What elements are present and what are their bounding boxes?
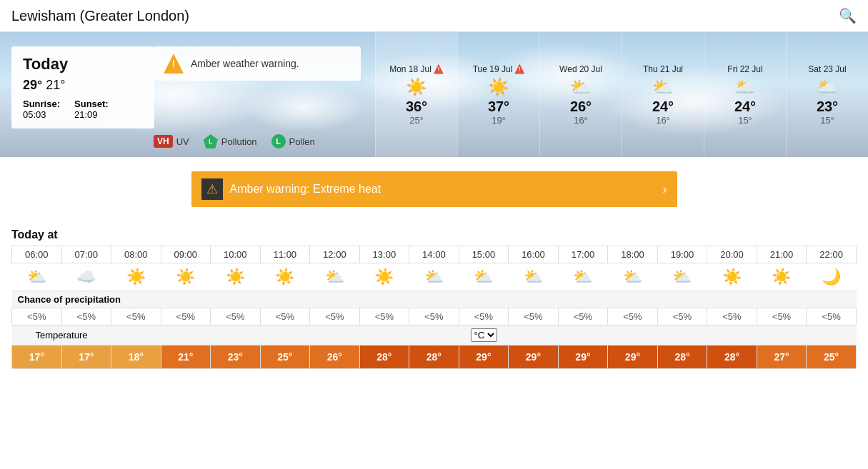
forecast-day-icon: ⛅ xyxy=(570,77,592,97)
sunrise-label: Sunrise: xyxy=(23,99,60,109)
hour-weather-icon: ☀️ xyxy=(111,263,161,291)
precip-value: <5% xyxy=(807,308,857,326)
temp-label: Temperature xyxy=(12,326,111,346)
hourly-table: 06:0007:0008:0009:0010:0011:0012:0013:00… xyxy=(11,246,857,369)
hour-label: 13:00 xyxy=(359,246,409,263)
pollen-label: Pollen xyxy=(289,136,315,147)
hour-weather-icon: ☀️ xyxy=(757,263,807,291)
forecast-day-min: 25° xyxy=(409,115,424,126)
today-sun: Sunrise: 05:03 Sunset: 21:09 xyxy=(23,99,143,120)
forecast-day-icon: ⛅ xyxy=(652,77,674,97)
temp-value: 26° xyxy=(310,346,360,369)
temp-value: 21° xyxy=(161,346,211,369)
sunrise-time: 05:03 xyxy=(23,109,46,120)
hour-label: 11:00 xyxy=(260,246,310,263)
hour-weather-icon: ⛅ xyxy=(409,263,459,291)
temp-value: 28° xyxy=(409,346,459,369)
precip-header: Chance of precipitation xyxy=(12,291,857,308)
today-card: Today 29° 21° Sunrise: 05:03 Sunset: 21:… xyxy=(11,46,154,128)
temp-value: 28° xyxy=(707,346,757,369)
amber-warning-bar[interactable]: Amber warning: Extreme heat › xyxy=(191,171,677,207)
pollen-badge: L Pollen xyxy=(271,134,315,148)
hour-label: 07:00 xyxy=(61,246,111,263)
header: Lewisham (Greater London) 🔍 xyxy=(0,0,868,32)
forecast-day-max: 24° xyxy=(652,99,674,115)
forecast-day-name: Fri 22 Jul xyxy=(727,64,762,74)
alert-icon xyxy=(434,64,444,74)
temp-value: 29° xyxy=(608,346,658,369)
temp-value: 27° xyxy=(757,346,807,369)
uv-value: VH xyxy=(154,135,173,148)
today-at-section: Today at xyxy=(0,221,868,241)
forecast-day-max: 23° xyxy=(817,99,838,115)
forecast-day-max: 37° xyxy=(488,99,509,115)
hour-weather-icon: ⛅ xyxy=(310,263,360,291)
warning-triangle-icon xyxy=(164,54,184,74)
precip-value: <5% xyxy=(757,308,807,326)
pollution-value: L xyxy=(209,138,213,145)
hero-section: Today 29° 21° Sunrise: 05:03 Sunset: 21:… xyxy=(0,32,868,157)
forecast-day[interactable]: Thu 21 Jul ⛅ 24° 16° xyxy=(622,32,704,157)
temperature-unit-select[interactable]: °C xyxy=(471,328,497,342)
hero-warning-text: Amber weather warning. xyxy=(191,58,299,69)
forecast-day-min: 16° xyxy=(656,115,670,126)
precip-value: <5% xyxy=(608,308,658,326)
precip-value: <5% xyxy=(657,308,707,326)
hour-weather-icon: ⛅ xyxy=(12,263,62,291)
temp-value: 29° xyxy=(459,346,509,369)
hour-label: 08:00 xyxy=(111,246,161,263)
temp-value: 28° xyxy=(657,346,707,369)
forecast-day-icon: 🌥️ xyxy=(817,77,838,97)
hour-weather-icon: 🌙 xyxy=(807,263,857,291)
sunset-item: Sunset: 21:09 xyxy=(74,99,109,120)
forecast-day-max: 26° xyxy=(570,99,592,115)
hour-label: 15:00 xyxy=(459,246,509,263)
precip-value: <5% xyxy=(310,308,360,326)
today-temps: 29° 21° xyxy=(23,78,143,93)
forecast-strip: Mon 18 Jul ☀️ 36° 25° Tue 19 Jul ☀️ 37° … xyxy=(375,32,868,157)
amber-warning-icon xyxy=(201,178,223,200)
forecast-day-icon: ☀️ xyxy=(406,77,427,97)
hour-label: 14:00 xyxy=(409,246,459,263)
hour-weather-icon: ⛅ xyxy=(459,263,509,291)
hour-label: 17:00 xyxy=(558,246,608,263)
search-button[interactable]: 🔍 xyxy=(839,7,857,24)
temp-value: 28° xyxy=(359,346,409,369)
pollution-icon: L xyxy=(204,134,218,148)
precip-value: <5% xyxy=(61,308,111,326)
precip-value: <5% xyxy=(359,308,409,326)
hour-label: 19:00 xyxy=(657,246,707,263)
precip-value: <5% xyxy=(211,308,261,326)
forecast-day-min: 15° xyxy=(738,115,752,126)
precip-value: <5% xyxy=(558,308,608,326)
forecast-day-min: 16° xyxy=(574,115,588,126)
forecast-day-max: 36° xyxy=(406,99,427,115)
hour-label: 20:00 xyxy=(707,246,757,263)
forecast-day-name: Wed 20 Jul xyxy=(559,64,602,74)
forecast-day[interactable]: Fri 22 Jul 🌥️ 24° 15° xyxy=(704,32,786,157)
precip-value: <5% xyxy=(409,308,459,326)
temp-value: 29° xyxy=(558,346,608,369)
forecast-day[interactable]: Mon 18 Jul ☀️ 36° 25° xyxy=(375,32,457,157)
forecast-day[interactable]: Sat 23 Jul 🌥️ 23° 15° xyxy=(786,32,868,157)
page-title: Lewisham (Greater London) xyxy=(11,8,189,24)
today-max-temp: 29° xyxy=(23,78,42,92)
hour-weather-icon: ⛅ xyxy=(509,263,559,291)
forecast-day[interactable]: Wed 20 Jul ⛅ 26° 16° xyxy=(539,32,622,157)
today-at-label: Today at xyxy=(11,228,857,241)
forecast-day-icon: ☀️ xyxy=(488,77,509,97)
uv-badge: VH UV xyxy=(154,135,189,148)
pollen-value: L xyxy=(276,137,281,146)
amber-warning-chevron: › xyxy=(663,182,667,197)
precip-value: <5% xyxy=(12,308,62,326)
temp-value: 18° xyxy=(111,346,161,369)
precip-value: <5% xyxy=(707,308,757,326)
hour-label: 10:00 xyxy=(211,246,261,263)
pollution-label: Pollution xyxy=(221,136,257,147)
forecast-day[interactable]: Tue 19 Jul ☀️ 37° 19° xyxy=(457,32,539,157)
hour-label: 06:00 xyxy=(12,246,62,263)
pollen-icon: L xyxy=(271,134,286,148)
forecast-day-name: Tue 19 Jul xyxy=(473,64,525,74)
hour-weather-icon: ☀️ xyxy=(359,263,409,291)
hero-warning[interactable]: Amber weather warning. xyxy=(154,46,361,81)
